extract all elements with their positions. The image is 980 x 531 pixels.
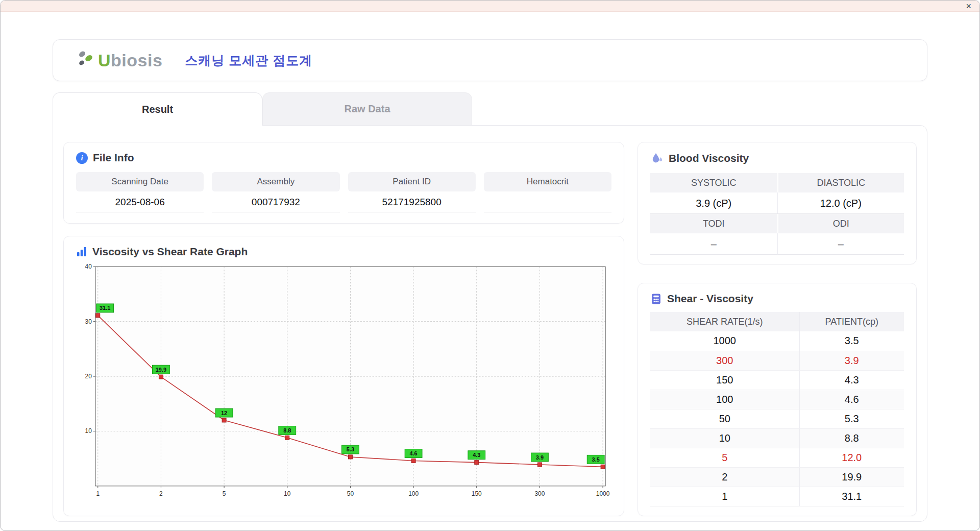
file-info-card: i File Info Scanning Date2025-08-06Assem… (63, 142, 624, 224)
svg-text:30: 30 (85, 318, 92, 325)
svg-text:10: 10 (284, 490, 291, 497)
logo-text: Ubiosis (98, 51, 162, 70)
column-header: SHEAR RATE(1/s) (650, 312, 799, 331)
viscosity-chart: 102030401251050100150300100031.119.9128.… (76, 262, 611, 502)
cell-patient: 3.5 (799, 331, 904, 351)
svg-text:3.5: 3.5 (592, 456, 600, 463)
tabs: Result Raw Data (53, 92, 927, 125)
table-row: 108.8 (650, 428, 904, 448)
bv-header: ODI (777, 214, 904, 233)
graph-card: Viscosity vs Shear Rate Graph 1020304012… (63, 236, 624, 516)
cell-shear-rate: 2 (650, 467, 799, 487)
field-value: 52171925800 (348, 191, 476, 212)
cell-patient: 5.3 (799, 409, 904, 428)
svg-text:12: 12 (221, 410, 227, 416)
shear-viscosity-table: SHEAR RATE(1/s)PATIENT(cp) 10003.53003.9… (650, 312, 904, 506)
cell-patient: 4.3 (799, 370, 904, 390)
file-info-field: Hematocrit (484, 172, 611, 212)
svg-text:100: 100 (408, 490, 419, 497)
cell-shear-rate: 100 (650, 390, 799, 409)
file-info-field: Assembly000717932 (212, 172, 339, 212)
svg-text:8.8: 8.8 (283, 427, 291, 433)
cell-shear-rate: 1000 (650, 331, 799, 351)
table-row: 505.3 (650, 409, 904, 428)
page-title: 스캐닝 모세관 점도계 (185, 52, 312, 69)
blood-viscosity-card: Blood Viscosity SYSTOLICDIASTOLIC3.9 (cP… (638, 142, 917, 264)
svg-text:3.9: 3.9 (536, 454, 544, 461)
table-row: 131.1 (650, 487, 904, 506)
water-drop-icon (650, 152, 664, 165)
svg-text:19.9: 19.9 (156, 367, 166, 373)
graph-title: Viscosity vs Shear Rate Graph (76, 246, 611, 258)
field-label: Assembly (212, 172, 339, 191)
cell-shear-rate: 1 (650, 487, 799, 506)
cell-shear-rate: 50 (650, 409, 799, 428)
svg-text:5.3: 5.3 (347, 446, 354, 452)
shear-viscosity-card: Shear - Viscosity SHEAR RATE(1/s)PATIENT… (638, 283, 917, 516)
svg-text:300: 300 (534, 490, 545, 497)
cell-patient: 31.1 (799, 487, 904, 506)
tab-raw-data[interactable]: Raw Data (262, 92, 472, 125)
shear-viscosity-title: Shear - Viscosity (650, 293, 904, 305)
result-panel: i File Info Scanning Date2025-08-06Assem… (53, 125, 927, 522)
blood-viscosity-title: Blood Viscosity (650, 152, 904, 165)
bv-header: DIASTOLIC (777, 173, 904, 192)
blood-viscosity-grid: SYSTOLICDIASTOLIC3.9 (cP)12.0 (cP)TODIOD… (650, 173, 904, 255)
close-icon[interactable]: × (966, 2, 971, 11)
shear-viscosity-title-label: Shear - Viscosity (667, 293, 753, 305)
field-label: Hematocrit (484, 172, 611, 191)
svg-text:40: 40 (85, 263, 92, 270)
logo-leaves-icon (77, 49, 96, 71)
cell-shear-rate: 5 (650, 448, 799, 467)
bv-value: – (777, 233, 904, 255)
svg-text:1000: 1000 (596, 490, 610, 497)
svg-text:2: 2 (159, 490, 163, 497)
table-row: 3003.9 (650, 351, 904, 370)
calculator-icon (650, 293, 662, 305)
blood-viscosity-title-label: Blood Viscosity (669, 152, 749, 164)
cell-patient: 3.9 (799, 351, 904, 370)
bar-chart-icon (76, 246, 87, 257)
field-value: 2025-08-06 (76, 191, 204, 212)
cell-shear-rate: 150 (650, 370, 799, 390)
graph-title-label: Viscosity vs Shear Rate Graph (92, 246, 248, 258)
svg-text:4.3: 4.3 (473, 452, 480, 458)
svg-text:50: 50 (347, 490, 354, 497)
bv-value: – (650, 233, 777, 255)
left-column: i File Info Scanning Date2025-08-06Assem… (63, 142, 624, 516)
table-row: 219.9 (650, 467, 904, 487)
svg-text:31.1: 31.1 (100, 305, 110, 311)
file-info-fields: Scanning Date2025-08-06Assembly000717932… (76, 172, 611, 212)
svg-text:1: 1 (96, 490, 100, 497)
cell-shear-rate: 10 (650, 428, 799, 448)
svg-text:20: 20 (85, 373, 92, 380)
field-value: 000717932 (212, 191, 339, 212)
file-info-field: Patient ID52171925800 (348, 172, 476, 212)
cell-patient: 8.8 (799, 428, 904, 448)
bv-value: 3.9 (cP) (650, 192, 777, 214)
bv-header: SYSTOLIC (650, 173, 777, 192)
app-header: Ubiosis 스캐닝 모세관 점도계 (53, 39, 927, 81)
cell-patient: 19.9 (799, 467, 904, 487)
svg-text:150: 150 (472, 490, 482, 497)
bv-value: 12.0 (cP) (777, 192, 904, 214)
main-container: Ubiosis 스캐닝 모세관 점도계 Result Raw Data i Fi… (53, 39, 927, 522)
ubiosis-logo: Ubiosis (77, 49, 162, 71)
cell-patient: 4.6 (799, 390, 904, 409)
right-column: Blood Viscosity SYSTOLICDIASTOLIC3.9 (cP… (638, 142, 917, 516)
info-icon: i (76, 152, 88, 164)
svg-text:4.6: 4.6 (409, 450, 417, 456)
table-row: 10003.5 (650, 331, 904, 351)
svg-text:5: 5 (223, 490, 226, 497)
file-info-title-label: File Info (93, 152, 134, 164)
file-info-title: i File Info (76, 152, 611, 164)
bv-header: TODI (650, 214, 777, 233)
field-label: Patient ID (348, 172, 476, 191)
field-value (484, 191, 611, 212)
cell-shear-rate: 300 (650, 351, 799, 370)
table-header-row: SHEAR RATE(1/s)PATIENT(cp) (650, 312, 904, 331)
table-row: 1504.3 (650, 370, 904, 390)
window-titlebar: × (1, 1, 979, 12)
tab-result[interactable]: Result (53, 92, 262, 126)
cell-patient: 12.0 (799, 448, 904, 467)
